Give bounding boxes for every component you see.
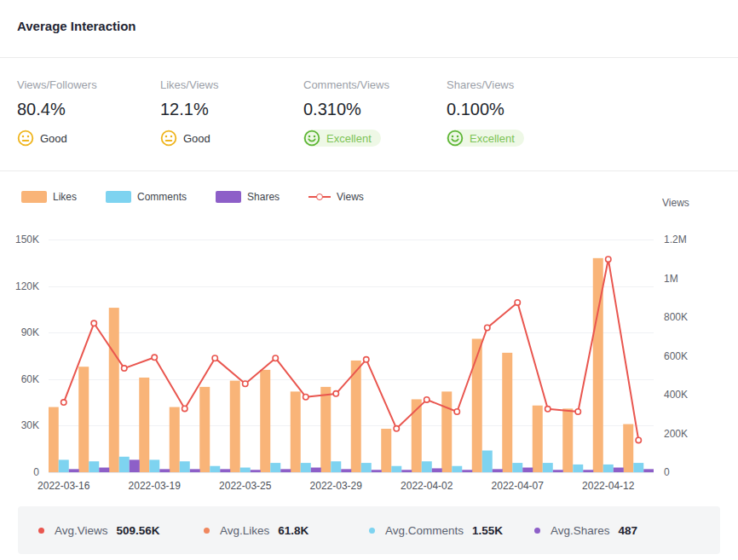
comments-bar[interactable]	[361, 463, 372, 472]
likes-bar[interactable]	[623, 424, 633, 472]
shares-bar[interactable]	[341, 469, 351, 472]
shares-bar[interactable]	[553, 470, 563, 472]
likes-bar[interactable]	[49, 407, 59, 472]
comments-dot-icon	[369, 528, 375, 534]
avg-likes-item: Avg.Likes 61.8K	[204, 524, 369, 537]
legend-item-comments[interactable]: Comments	[106, 191, 187, 203]
likes-bar[interactable]	[109, 308, 119, 472]
likes-bar[interactable]	[441, 391, 452, 472]
comments-bar[interactable]	[391, 466, 401, 472]
shares-dot-icon	[534, 528, 540, 534]
interaction-chart[interactable]	[49, 240, 654, 472]
comments-bar[interactable]	[89, 461, 99, 472]
views-point[interactable]	[545, 407, 551, 412]
likes-bar[interactable]	[291, 391, 301, 472]
views-point[interactable]	[454, 409, 459, 414]
views-point[interactable]	[424, 397, 430, 402]
views-point[interactable]	[485, 325, 490, 330]
comments-bar[interactable]	[270, 463, 280, 472]
comments-bar[interactable]	[240, 468, 251, 472]
comments-bar[interactable]	[180, 461, 190, 472]
likes-bar[interactable]	[381, 429, 391, 472]
right-axis-tick: 1.2M	[664, 234, 687, 245]
comments-bar[interactable]	[422, 461, 432, 472]
views-point[interactable]	[303, 395, 308, 400]
comments-bar[interactable]	[331, 461, 341, 472]
metric-value: 80.4%	[17, 100, 160, 119]
views-point[interactable]	[575, 409, 580, 414]
comments-bar[interactable]	[573, 465, 583, 472]
views-point[interactable]	[212, 355, 217, 361]
comments-bar[interactable]	[210, 466, 220, 472]
shares-bar[interactable]	[99, 468, 109, 472]
shares-bar[interactable]	[159, 469, 170, 472]
avg-comments-item: Avg.Comments 1.55K	[369, 524, 534, 537]
shares-bar[interactable]	[311, 468, 321, 472]
legend-item-views[interactable]: Views	[308, 191, 364, 203]
views-point[interactable]	[122, 366, 127, 371]
comments-bar[interactable]	[149, 459, 159, 472]
legend-label: Views	[337, 191, 364, 203]
likes-bar[interactable]	[139, 378, 149, 472]
shares-bar[interactable]	[280, 469, 291, 472]
shares-bar[interactable]	[190, 469, 200, 472]
views-point[interactable]	[243, 381, 248, 386]
likes-bar[interactable]	[533, 406, 543, 472]
likes-bar[interactable]	[78, 367, 89, 472]
section-divider	[0, 170, 738, 171]
comments-bar[interactable]	[301, 463, 311, 472]
likes-bar[interactable]	[260, 370, 270, 472]
likes-bar[interactable]	[472, 338, 482, 472]
shares-bar[interactable]	[401, 470, 412, 472]
views-point[interactable]	[394, 426, 399, 431]
status-label: Good	[40, 132, 67, 145]
x-axis-tick: 2022-03-16	[37, 480, 89, 492]
status-label: Excellent	[470, 132, 515, 145]
status-badge: Excellent	[447, 130, 524, 147]
legend-item-likes[interactable]: Likes	[21, 191, 77, 203]
likes-bar[interactable]	[170, 407, 180, 472]
legend-item-shares[interactable]: Shares	[216, 191, 280, 203]
metric-shares-views: Shares/Views 0.100% Excellent	[447, 78, 590, 150]
views-point[interactable]	[273, 355, 278, 361]
likes-bar[interactable]	[230, 381, 240, 472]
comments-bar[interactable]	[512, 463, 522, 472]
shares-bar[interactable]	[251, 470, 261, 472]
views-point[interactable]	[636, 437, 641, 442]
likes-bar[interactable]	[562, 408, 573, 472]
x-axis-tick: 2022-04-07	[492, 480, 544, 492]
shares-bar[interactable]	[372, 470, 382, 472]
comments-bar[interactable]	[452, 466, 462, 472]
shares-bar[interactable]	[130, 459, 140, 472]
likes-bar[interactable]	[199, 387, 210, 472]
shares-bar[interactable]	[493, 469, 503, 472]
likes-bar[interactable]	[320, 387, 331, 472]
shares-bar[interactable]	[522, 468, 533, 472]
metric-label: Likes/Views	[160, 78, 303, 91]
views-point[interactable]	[606, 257, 611, 262]
comments-bar[interactable]	[543, 463, 553, 472]
comments-bar[interactable]	[633, 463, 643, 472]
comments-bar[interactable]	[603, 465, 614, 472]
shares-bar[interactable]	[220, 469, 230, 472]
views-point[interactable]	[61, 400, 66, 405]
shares-bar[interactable]	[583, 470, 593, 472]
shares-bar[interactable]	[432, 468, 442, 472]
views-point[interactable]	[515, 300, 520, 305]
right-axis-tick: 200K	[664, 428, 688, 440]
likes-bar[interactable]	[502, 353, 512, 472]
comments-bar[interactable]	[482, 451, 493, 472]
views-point[interactable]	[182, 406, 187, 411]
views-point[interactable]	[152, 355, 157, 360]
shares-bar[interactable]	[614, 468, 624, 472]
views-point[interactable]	[91, 320, 96, 326]
comments-bar[interactable]	[59, 459, 69, 472]
views-point[interactable]	[364, 357, 369, 362]
shares-bar[interactable]	[69, 469, 79, 472]
likes-bar[interactable]	[351, 361, 361, 472]
views-point[interactable]	[333, 391, 338, 396]
shares-bar[interactable]	[462, 470, 472, 472]
metric-label: Comments/Views	[303, 78, 447, 91]
comments-bar[interactable]	[119, 457, 130, 472]
shares-bar[interactable]	[643, 469, 654, 472]
